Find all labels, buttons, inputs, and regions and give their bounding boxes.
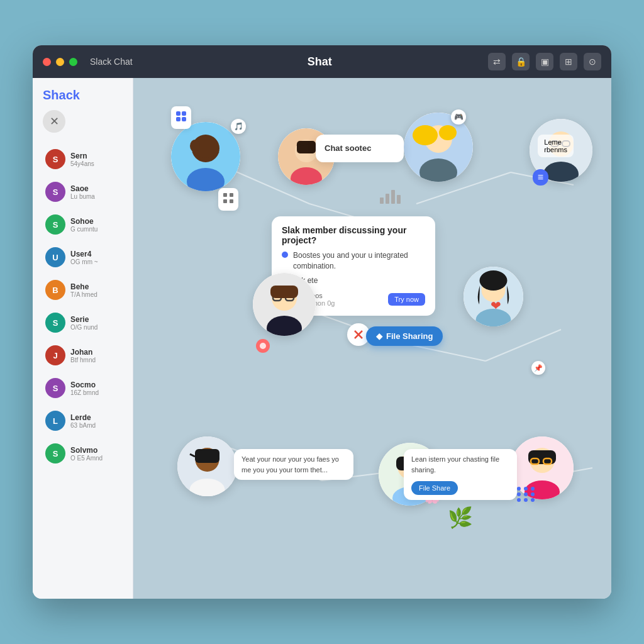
sidebar-item-2[interactable]: S Sohoe G cumntu [38, 209, 128, 240]
bar-chart-icon [379, 185, 404, 206]
app-body: Shack ✕ S Sern 54y4ans S Saoe Lu buma S [33, 78, 611, 599]
dots-grid-icon [517, 487, 536, 502]
toolbar-icon-2[interactable]: 🔒 [512, 53, 530, 70]
sidebar-preview-2: G cumntu [70, 226, 97, 233]
avatar-9: S [45, 443, 65, 464]
tool-icon-tl [171, 106, 191, 129]
avatar-0: S [45, 149, 65, 169]
sidebar-name-6: Johan [70, 348, 96, 357]
speech-text-left: Yeat your nour your you faes yo me you y… [242, 455, 339, 474]
feature-card-title: Slak member discussing your project? [282, 225, 425, 245]
grid-icon-middle [218, 188, 238, 211]
sidebar-preview-5: O/G nund [70, 324, 97, 331]
title-bar: Slack Chat Shat ⇄ 🔒 ▣ ⊞ ⊙ [33, 45, 611, 78]
file-sharing-text: File Sharing [386, 331, 433, 341]
svg-rect-45 [386, 194, 389, 204]
sidebar-name-7: Socmo [70, 380, 99, 389]
sidebar-name-4: Behe [70, 282, 97, 291]
diamond-icon: ◆ [376, 331, 382, 341]
sidebar-preview-1: Lu buma [70, 193, 95, 200]
sidebar-preview-0: 54y4ans [70, 160, 94, 167]
sidebar-name-3: User4 [70, 250, 98, 258]
close-button[interactable] [43, 58, 51, 66]
svg-rect-69 [230, 199, 233, 203]
avatar-8: L [45, 411, 65, 431]
toolbar-icon-1[interactable]: ⇄ [488, 53, 506, 70]
svg-rect-66 [223, 193, 227, 197]
sidebar-preview-3: OG mm ~ [70, 258, 98, 265]
avatar-1: S [45, 182, 65, 202]
sidebar-preview-6: Btf hmnd [70, 357, 96, 364]
avatar-circle-1 [171, 122, 240, 191]
feature-text-1: Boostes you and your u integrated combin… [293, 250, 425, 272]
app-window: Slack Chat Shat ⇄ 🔒 ▣ ⊞ ⊙ Shack ✕ S Sern… [33, 45, 611, 599]
label-top-right: Leme rbenms [538, 135, 574, 157]
sidebar-preview-9: O E5 Amnd [70, 455, 103, 462]
svg-rect-64 [176, 117, 180, 121]
sidebar-item-8[interactable]: L Lerde 63 bAmd [38, 406, 128, 436]
svg-rect-62 [176, 111, 180, 116]
main-content: Chat sootec Leme rbenms Slak member disc… [133, 78, 611, 599]
heart-icon: ❤ [491, 298, 501, 313]
sidebar-title: Shack [33, 88, 133, 110]
sidebar-item-5[interactable]: S Serie O/G nund [38, 308, 128, 338]
svg-rect-65 [182, 117, 186, 121]
avatar-circle-5 [253, 273, 316, 336]
speech-bubble-bottom-left: Yeat your nour your you faes yo me you y… [234, 449, 353, 480]
window-title: Shat [152, 55, 488, 69]
feature-dot-1 [282, 252, 288, 258]
sidebar-name-8: Lerde [70, 413, 96, 422]
maximize-button[interactable] [69, 58, 77, 66]
notification-icon-5 [256, 339, 270, 353]
feature-item-1: Boostes you and your u integrated combin… [282, 250, 425, 272]
sidebar-item-0[interactable]: S Sern 54y4ans [38, 144, 128, 174]
avatar-circle-7 [177, 436, 237, 496]
app-title: Slack Chat [90, 57, 133, 67]
minimize-button[interactable] [56, 58, 64, 66]
file-share-button[interactable]: File Share [411, 481, 458, 495]
file-sharing-badge[interactable]: ◆ File Sharing [366, 326, 443, 346]
toolbar-icon-4[interactable]: ⊞ [560, 53, 577, 70]
svg-point-70 [260, 343, 266, 349]
plant-icon: 🌿 [448, 506, 473, 530]
avatar-3: U [45, 247, 65, 267]
notification-icon-3: 🎮 [451, 109, 466, 125]
avatar-5: S [45, 313, 65, 333]
sidebar-name-1: Saoe [70, 184, 95, 193]
avatar-7: S [45, 378, 65, 398]
avatar-2: S [45, 214, 65, 235]
sidebar-preview-4: T/A hmed [70, 291, 97, 298]
sidebar-preview-8: 63 bAmd [70, 422, 96, 429]
svg-point-14 [190, 140, 200, 152]
chat-bubble-top-title: Chat sootec [325, 142, 395, 155]
sidebar-name-5: Serie [70, 315, 97, 324]
svg-rect-51 [195, 449, 219, 463]
svg-point-41 [480, 270, 508, 291]
sidebar: Shack ✕ S Sern 54y4ans S Saoe Lu buma S [33, 78, 133, 599]
traffic-lights [43, 58, 77, 66]
sidebar-close-button[interactable]: ✕ [43, 110, 65, 133]
sidebar-item-6[interactable]: J Johan Btf hmnd [38, 340, 128, 370]
sidebar-item-4[interactable]: B Behe T/A hmed [38, 275, 128, 305]
sidebar-name-0: Sern [70, 152, 94, 160]
illustration: Chat sootec Leme rbenms Slak member disc… [133, 78, 611, 599]
try-now-button[interactable]: Try now [388, 293, 425, 306]
toolbar-icon-3[interactable]: ▣ [536, 53, 553, 70]
toolbar-icon-5[interactable]: ⊙ [584, 53, 601, 70]
chat-bubble-top: Chat sootec [316, 135, 404, 162]
svg-rect-44 [380, 197, 384, 204]
avatar-4: B [45, 280, 65, 300]
sidebar-item-7[interactable]: S Socmo 16Z bmnd [38, 373, 128, 403]
sidebar-item-9[interactable]: S Solvmo O E5 Amnd [38, 438, 128, 469]
svg-rect-68 [223, 199, 227, 203]
sidebar-name-2: Sohoe [70, 217, 97, 226]
avatar-circle-6 [464, 267, 523, 326]
svg-rect-46 [391, 190, 395, 204]
toolbar-icons: ⇄ 🔒 ▣ ⊞ ⊙ [488, 53, 601, 70]
sidebar-item-1[interactable]: S Saoe Lu buma [38, 177, 128, 207]
speech-bubble-bottom-right: Lean istern your chasting file sharing. … [404, 449, 517, 500]
svg-point-23 [413, 125, 438, 145]
svg-rect-47 [397, 195, 401, 204]
svg-point-24 [439, 125, 457, 140]
sidebar-item-3[interactable]: U User4 OG mm ~ [38, 242, 128, 272]
